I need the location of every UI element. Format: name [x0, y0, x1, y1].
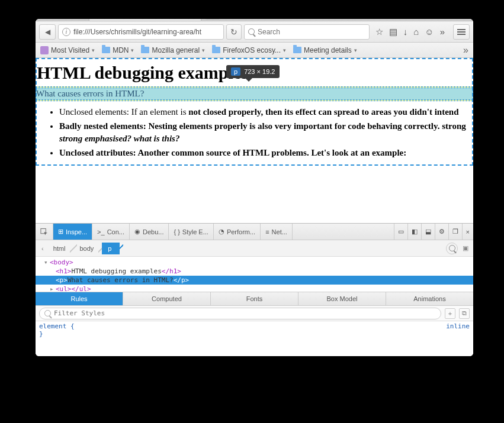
folder-icon	[293, 47, 301, 53]
folder-icon	[212, 47, 220, 53]
frame-select-icon[interactable]: ▭	[394, 224, 407, 240]
bookmark-mdn[interactable]: MDN▾	[102, 46, 134, 54]
style-icon: { }	[174, 228, 179, 235]
bookmark-firefoxos[interactable]: FirefoxOS ecosy...▾	[212, 46, 286, 54]
pick-element-button[interactable]	[36, 224, 53, 240]
toolbar-icons: ☆ ▤ ↓ ⌂ ☺ »	[372, 27, 448, 37]
rendered-page: HTML debugging examples What causes erro…	[36, 58, 473, 166]
tab-animations[interactable]: Animations	[386, 292, 473, 305]
bookmarks-overflow-icon[interactable]: »	[463, 45, 468, 56]
inspector-tooltip: p 723 × 19.2	[226, 65, 280, 78]
downloads-icon[interactable]: ↓	[403, 27, 408, 37]
tab-style-editor[interactable]: { }Style E...	[169, 224, 213, 240]
devtools-close-icon[interactable]: ×	[462, 224, 473, 240]
devtools-panel: ⊞Inspe... >_Con... ◉Debu... { }Style E..…	[36, 223, 473, 356]
crumb-body[interactable]: body	[73, 243, 102, 254]
page-list: Unclosed elements: If an element is not …	[36, 101, 473, 166]
dock-bottom-icon[interactable]: ⬓	[421, 224, 435, 240]
network-icon: ≡	[265, 228, 269, 235]
crumb-p[interactable]: p	[102, 243, 120, 254]
bookmarks-toolbar: Most Visited▾ MDN▾ Mozilla general▾ Fire…	[36, 43, 473, 58]
smiley-icon[interactable]: ☺	[425, 27, 434, 37]
crumb-html[interactable]: html	[47, 243, 74, 254]
reading-list-icon[interactable]: ▤	[389, 27, 397, 37]
tooltip-dimensions: 723 × 19.2	[244, 68, 275, 75]
perf-icon: ◔	[219, 228, 224, 235]
tooltip-tag: p	[231, 67, 240, 76]
back-button[interactable]: ◀	[39, 24, 56, 40]
console-icon: >_	[97, 228, 105, 235]
page-content: HTML debugging examples What causes erro…	[36, 58, 473, 223]
markup-ul[interactable]: <ul></ul>	[56, 285, 91, 292]
list-item: Unclosed attributes: Another common sour…	[59, 147, 468, 159]
margin-highlight: What causes errors in HTML?	[36, 86, 473, 101]
filter-styles-input[interactable]	[54, 309, 436, 317]
bookmark-most-visited[interactable]: Most Visited▾	[40, 46, 95, 54]
search-input[interactable]	[258, 28, 365, 36]
markup-body[interactable]: <body>	[50, 259, 73, 266]
list-item: Unclosed elements: If an element is not …	[59, 106, 468, 118]
markup-view[interactable]: ▾<body> <h1>HTML debugging examples</h1>…	[36, 257, 473, 292]
browser-tab[interactable]: HTML debugging examples ×	[89, 19, 201, 21]
tab-network[interactable]: ≡Net...	[261, 224, 293, 240]
home-icon[interactable]: ⌂	[413, 27, 419, 37]
rule-selector: element {	[39, 322, 470, 330]
new-tab-button[interactable]: +	[205, 19, 220, 20]
tab-fonts[interactable]: Fonts	[211, 292, 298, 305]
settings-icon[interactable]: ⚙	[435, 224, 448, 240]
nav-toolbar: ◀ i ↻ ☆ ▤ ↓ ⌂ ☺ »	[36, 21, 473, 43]
rule-source[interactable]: inline	[446, 322, 470, 330]
inspector-icon: ⊞	[58, 228, 63, 235]
bookmark-mozilla-general[interactable]: Mozilla general▾	[141, 46, 205, 54]
tab-computed[interactable]: Computed	[123, 292, 211, 305]
dock-side-icon[interactable]: ◧	[407, 224, 421, 240]
breadcrumb: ‹ html body p ▣	[36, 240, 473, 257]
highlighted-paragraph: What causes errors in HTML?	[36, 88, 473, 100]
folder-icon	[102, 47, 110, 53]
copy-rule-button[interactable]: ⧉	[459, 308, 470, 319]
bookmark-star-icon[interactable]: ☆	[375, 27, 383, 37]
filter-styles-box[interactable]	[39, 308, 441, 319]
devtools-tabs: ⊞Inspe... >_Con... ◉Debu... { }Style E..…	[36, 224, 473, 240]
folder-icon	[141, 47, 149, 53]
search-icon	[248, 28, 255, 35]
menu-button[interactable]	[453, 24, 470, 40]
add-rule-button[interactable]: +	[445, 308, 455, 319]
browser-window: HTML debugging examples × + ◀ i ↻ ☆ ▤ ↓ …	[36, 19, 473, 356]
dock-window-icon[interactable]: ❐	[448, 224, 462, 240]
tab-rules[interactable]: Rules	[36, 292, 123, 305]
list-item: Badly nested elements: Nesting elements …	[59, 120, 468, 144]
tab-console[interactable]: >_Con...	[92, 224, 130, 240]
url-bar[interactable]: i	[58, 24, 224, 40]
overflow-icon[interactable]: »	[440, 27, 445, 37]
tab-debugger[interactable]: ◉Debu...	[130, 224, 169, 240]
breadcrumb-back-icon[interactable]: ‹	[41, 245, 44, 252]
tab-inspector[interactable]: ⊞Inspe...	[53, 224, 92, 240]
markup-selected-p[interactable]: <p>What causes errors in HTML?</p>	[36, 276, 473, 285]
tab-strip: HTML debugging examples × +	[36, 19, 473, 21]
rule-close: }	[39, 330, 470, 338]
search-icon	[44, 310, 51, 317]
bookmark-meeting-details[interactable]: Meeting details▾	[293, 46, 357, 54]
toggle-panel-icon[interactable]: ▣	[463, 244, 468, 252]
styles-filter-row: + ⧉	[36, 306, 473, 321]
tab-performance[interactable]: ◔Perform...	[214, 224, 261, 240]
debugger-icon: ◉	[134, 228, 140, 235]
styles-tabs: Rules Computed Fonts Box Model Animation…	[36, 292, 473, 306]
rules-pane[interactable]: element { } inline	[36, 321, 473, 356]
reload-button[interactable]: ↻	[226, 24, 242, 40]
url-input[interactable]	[73, 28, 220, 36]
site-info-icon[interactable]: i	[62, 28, 70, 36]
tab-box-model[interactable]: Box Model	[298, 292, 386, 305]
markup-search-icon[interactable]	[446, 243, 458, 254]
search-bar[interactable]	[244, 24, 370, 40]
